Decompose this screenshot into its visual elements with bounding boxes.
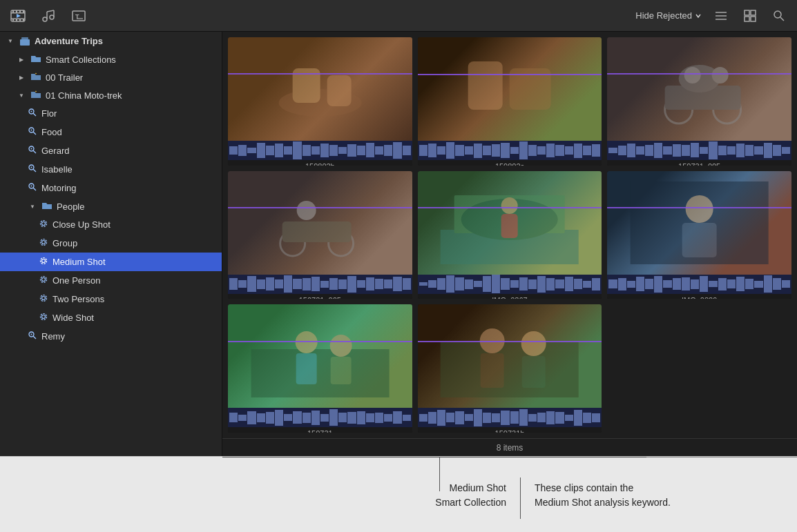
two-persons-label: Two Persons: [52, 294, 104, 304]
toolbar: T Hide Rejected: [0, 0, 797, 32]
svg-line-37: [33, 132, 36, 135]
svg-marker-11: [17, 14, 21, 18]
thumb-image-1: [228, 37, 412, 141]
sidebar-item-gerard[interactable]: Gerard: [0, 141, 222, 160]
video-thumbnail-6[interactable]: IMG_0829: [607, 171, 791, 299]
svg-point-38: [31, 130, 32, 131]
svg-rect-24: [751, 10, 756, 15]
smart-collections-arrow: [17, 55, 26, 64]
svg-point-57: [41, 295, 47, 302]
sidebar-item-two-persons[interactable]: Two Persons: [0, 290, 222, 308]
svg-point-81: [501, 197, 518, 214]
video-thumbnail-1[interactable]: 150802b: [228, 37, 412, 166]
isabelle-label: Isabelle: [41, 164, 73, 175]
medium-shot-gear-icon: [39, 256, 48, 268]
motoring-search-icon: [28, 182, 37, 194]
music-note-icon[interactable]: [39, 6, 58, 26]
items-count: 8 items: [497, 443, 524, 453]
thumb-content-5: [418, 171, 602, 275]
group-label: Group: [52, 238, 77, 248]
hide-rejected-button[interactable]: Hide Rejected: [635, 10, 702, 21]
trailer-label: 00 Trailer: [46, 72, 83, 83]
thumb-waveform-1: [228, 141, 412, 160]
remy-label: Remy: [41, 331, 65, 342]
svg-rect-25: [745, 17, 749, 21]
thumb-waveform-7: [228, 408, 412, 427]
thumb-image-4: [228, 171, 412, 275]
svg-marker-32: [35, 90, 37, 92]
sidebar-item-00-trailer[interactable]: 00 Trailer: [0, 68, 222, 86]
status-bar: 8 items: [222, 438, 797, 456]
thumb-waveform-6: [607, 275, 791, 294]
sidebar-item-medium-shot[interactable]: Medium Shot: [0, 253, 222, 271]
video-thumbnail-3[interactable]: 150731_005: [607, 37, 791, 166]
list-view-icon[interactable]: [711, 6, 731, 26]
svg-rect-6: [23, 10, 24, 12]
thumb-image-7: [228, 304, 412, 408]
wide-shot-label: Wide Shot: [52, 313, 94, 323]
sidebar-item-group[interactable]: Group: [0, 234, 222, 253]
thumb-waveform-2: [418, 141, 602, 160]
waveform-bars-4: [228, 275, 412, 294]
thumb-image-5: [418, 171, 602, 275]
sidebar-item-remy[interactable]: Remy: [0, 327, 222, 346]
sidebar-item-one-person[interactable]: One Person: [0, 271, 222, 290]
sidebar-library-header[interactable]: Adventure Trips: [0, 32, 222, 50]
svg-point-73: [712, 67, 729, 83]
svg-marker-31: [35, 72, 37, 74]
svg-rect-82: [501, 214, 518, 238]
svg-point-35: [31, 111, 32, 112]
search-icon[interactable]: [769, 6, 789, 26]
svg-rect-66: [468, 61, 503, 110]
thumb-waveform-5: [418, 275, 602, 294]
video-thumbnail-8[interactable]: 150731b: [418, 304, 602, 433]
svg-point-84: [686, 195, 713, 223]
thumb-content-8: [418, 304, 602, 408]
sidebar-item-flor[interactable]: Flor: [0, 104, 222, 123]
thumb-label-7: 150731: [228, 427, 412, 433]
isabelle-search-icon: [28, 164, 37, 175]
sidebar-item-wide-shot[interactable]: Wide Shot: [0, 308, 222, 327]
svg-rect-9: [19, 19, 21, 21]
svg-line-34: [33, 113, 36, 116]
svg-rect-8: [16, 19, 17, 21]
china-moto-label: 01 China Moto-trek: [46, 90, 122, 101]
svg-rect-4: [16, 10, 17, 12]
film-strip-icon[interactable]: [8, 6, 28, 26]
wide-shot-gear-icon: [39, 312, 48, 324]
video-thumbnail-2[interactable]: 150802c: [418, 37, 602, 166]
thumb-label-1: 150802b: [228, 160, 412, 166]
video-thumbnail-7[interactable]: 150731: [228, 304, 412, 433]
thumb-select-line-4: [228, 207, 412, 208]
medium-shot-label: Medium Shot: [52, 257, 106, 267]
video-thumbnail-4[interactable]: 150731_005: [228, 171, 412, 299]
video-thumbnail-5[interactable]: IMG_0367: [418, 171, 602, 299]
sidebar-item-motoring[interactable]: Motoring: [0, 179, 222, 197]
sidebar-item-close-up-shot[interactable]: Close Up Shot: [0, 215, 222, 234]
sidebar-item-smart-collections[interactable]: Smart Collections: [0, 50, 222, 68]
svg-rect-88: [296, 353, 316, 384]
toolbar-right: Hide Rejected: [635, 6, 789, 26]
title-icon[interactable]: T: [69, 6, 88, 26]
sidebar-item-isabelle[interactable]: Isabelle: [0, 160, 222, 179]
svg-point-72: [684, 67, 701, 83]
svg-rect-76: [282, 221, 351, 242]
grid-view-icon[interactable]: [740, 6, 760, 26]
sidebar-item-people[interactable]: People: [0, 197, 222, 215]
thumb-image-3: [607, 37, 791, 141]
thumb-waveform-8: [418, 408, 602, 427]
sidebar-item-china-moto[interactable]: 01 China Moto-trek: [0, 86, 222, 104]
svg-point-62: [31, 334, 32, 335]
thumb-label-3: 150731_005: [607, 160, 791, 166]
svg-point-87: [295, 331, 317, 353]
svg-point-51: [41, 239, 47, 246]
two-persons-gear-icon: [39, 293, 48, 305]
people-folder-icon: [41, 201, 52, 212]
waveform-bars-1: [228, 141, 412, 160]
svg-rect-65: [327, 75, 351, 106]
sidebar-item-food[interactable]: Food: [0, 123, 222, 141]
bracket-line: [222, 457, 646, 457]
svg-point-52: [42, 259, 46, 263]
svg-rect-7: [12, 19, 14, 21]
thumb-image-6: [607, 171, 791, 275]
